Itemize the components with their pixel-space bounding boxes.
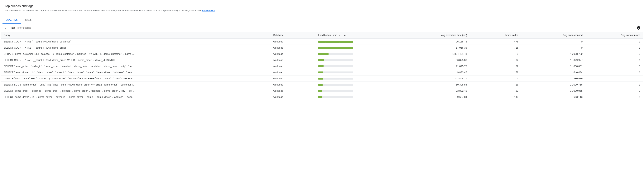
table-row[interactable]: UPDATE `demo_driver` SET `balance` = ( `… [1, 76, 643, 82]
subtitle-text: An overview of the queries and tags that… [5, 9, 202, 12]
cell-returned: 1 [585, 82, 643, 88]
tab-tags[interactable]: TAGS [21, 16, 35, 24]
cell-scanned: 11,029,977 [521, 57, 585, 63]
table-row[interactable]: SELECT `demo_order` . `order_id` , `demo… [1, 63, 643, 69]
col-header-load[interactable]: Load by total time ▼ [316, 32, 399, 39]
tabs: QUERIES TAGS [1, 16, 643, 24]
cell-returned: 1 [585, 39, 643, 45]
top-queries-card: Top queries and tags An overview of the … [1, 1, 643, 100]
cell-scanned: 0 [521, 45, 585, 51]
table-row[interactable]: SELECT `demo_driver` . `id` , `demo_driv… [1, 69, 643, 76]
cell-database: workload [270, 57, 316, 63]
cell-scanned: 11,029,756 [521, 82, 585, 88]
cell-returned: 0 [585, 51, 643, 57]
cell-database: workload [270, 76, 316, 82]
cell-scanned: 640,484 [521, 69, 585, 76]
table-row[interactable]: SELECT `demo_order` . `order_id` , `demo… [1, 88, 643, 94]
col-header-exec[interactable]: Avg execution time (ms) [399, 32, 470, 39]
col-header-query[interactable]: Query [1, 32, 270, 39]
cell-load [316, 57, 399, 63]
cell-times: 22 [470, 88, 521, 94]
cell-times: 2 [470, 51, 521, 57]
cell-scanned: 11,030,051 [521, 63, 585, 69]
cell-query[interactable]: UPDATE `demo_driver` SET `balance` = ( `… [1, 76, 270, 82]
card-title: Top queries and tags [5, 5, 639, 8]
cell-database: workload [270, 45, 316, 51]
cell-query[interactable]: SELECT `demo_driver` . `id` , `demo_driv… [1, 94, 270, 100]
cell-times: 22 [470, 63, 521, 69]
sort-arrow-down-icon [344, 34, 346, 37]
cell-scanned: 46,098,700 [521, 51, 585, 57]
cell-returned: 0 [585, 76, 643, 82]
filter-bar: Filter ? [1, 24, 643, 32]
cell-database: workload [270, 82, 316, 88]
load-bar [318, 65, 353, 67]
col-header-load-label: Load by total time [318, 34, 337, 37]
cell-times: 142 [470, 94, 521, 100]
card-header: Top queries and tags An overview of the … [1, 1, 643, 13]
cell-scanned: 11,030,055 [521, 88, 585, 94]
table-header-row: Query Database Load by total time ▼ Avg … [1, 32, 643, 39]
cell-query[interactable]: UPDATE `demo_customer` SET `balance` = (… [1, 51, 270, 57]
cell-database: workload [270, 51, 316, 57]
cell-query[interactable]: SELECT COUNT ( * ) AS `__count` FROM `de… [1, 39, 270, 45]
load-bar [318, 72, 353, 73]
help-icon[interactable]: ? [637, 26, 640, 30]
filter-icon [4, 26, 8, 30]
load-bar [318, 41, 353, 43]
tab-queries[interactable]: QUERIES [2, 16, 21, 24]
col-header-returned[interactable]: Avg rows returned [585, 32, 643, 39]
table-row[interactable]: SELECT COUNT ( * ) AS `__count` FROM `de… [1, 39, 643, 45]
table-row[interactable]: UPDATE `demo_customer` SET `balance` = (… [1, 51, 643, 57]
cell-scanned: 27,480,579 [521, 76, 585, 82]
cell-load [316, 94, 399, 100]
cell-exec: 91,075.72 [399, 63, 470, 69]
cell-exec: 9,627.84 [399, 94, 470, 100]
load-bar [318, 47, 353, 49]
cell-query[interactable]: SELECT COUNT ( * ) AS `__count` FROM `de… [1, 57, 270, 63]
table-row[interactable]: SELECT `demo_driver` . `id` , `demo_driv… [1, 94, 643, 100]
filter-input[interactable] [17, 26, 635, 29]
cell-query[interactable]: SELECT COUNT ( * ) AS `__count` FROM `de… [1, 45, 270, 51]
cell-load [316, 88, 399, 94]
col-header-database[interactable]: Database [270, 32, 316, 39]
cell-exec: 26,138.76 [399, 39, 470, 45]
table-row[interactable]: SELECT SUM ( `demo_order` . `price` ) AS… [1, 82, 643, 88]
table-row[interactable]: SELECT COUNT ( * ) AS `__count` FROM `de… [1, 45, 643, 51]
cell-query[interactable]: SELECT `demo_driver` . `id` , `demo_driv… [1, 69, 270, 76]
cell-exec: 1,834,451.41 [399, 51, 470, 57]
cell-load [316, 69, 399, 76]
cell-database: workload [270, 63, 316, 69]
cell-load [316, 51, 399, 57]
learn-more-link[interactable]: Learn more [202, 9, 215, 12]
cell-exec: 9,833.46 [399, 69, 470, 76]
cell-exec: 60,308.54 [399, 82, 470, 88]
load-bar [318, 53, 353, 55]
load-bar [318, 59, 353, 61]
cell-query[interactable]: SELECT `demo_order` . `order_id` , `demo… [1, 88, 270, 94]
queries-table: Query Database Load by total time ▼ Avg … [1, 32, 643, 100]
cell-database: workload [270, 39, 316, 45]
cell-database: workload [270, 88, 316, 94]
table-body: SELECT COUNT ( * ) AS `__count` FROM `de… [1, 39, 643, 100]
cell-load [316, 39, 399, 45]
cell-times: 478 [470, 39, 521, 45]
load-bar [318, 78, 353, 80]
cell-load [316, 82, 399, 88]
cell-times: 178 [470, 69, 521, 76]
cell-exec: 17,056.33 [399, 45, 470, 51]
cell-times: 28 [470, 82, 521, 88]
cell-load [316, 76, 399, 82]
cell-scanned: 0 [521, 39, 585, 45]
cell-times: 1 [470, 76, 521, 82]
table-row[interactable]: SELECT COUNT ( * ) AS `__count` FROM `de… [1, 57, 643, 63]
sort-caret-icon: ▼ [338, 34, 340, 36]
cell-scanned: 663,113 [521, 94, 585, 100]
cell-query[interactable]: SELECT SUM ( `demo_order` . `price` ) AS… [1, 82, 270, 88]
cell-times: 62 [470, 57, 521, 63]
col-header-scanned[interactable]: Avg rows scanned [521, 32, 585, 39]
cell-returned: 0 [585, 88, 643, 94]
cell-load [316, 63, 399, 69]
col-header-times[interactable]: Times called [470, 32, 521, 39]
cell-query[interactable]: SELECT `demo_order` . `order_id` , `demo… [1, 63, 270, 69]
